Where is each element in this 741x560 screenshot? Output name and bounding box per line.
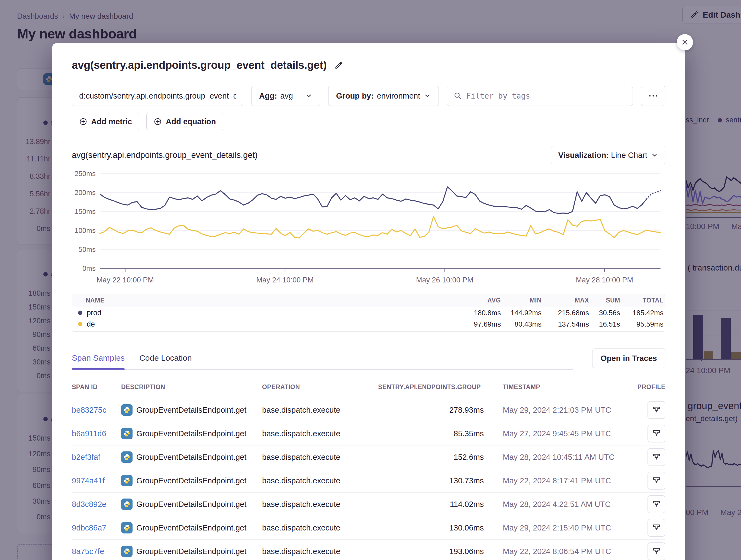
span-id-link[interactable]: 8d3c892e bbox=[72, 500, 106, 508]
span-operation: base.dispatch.execute bbox=[262, 429, 378, 438]
span-id-link[interactable]: b6a911d6 bbox=[72, 429, 106, 438]
series-sum: 30.56s bbox=[591, 309, 622, 317]
span-sample-row[interactable]: 9974a41f GroupEventDetailsEndpoint.get b… bbox=[72, 469, 665, 493]
open-in-traces-button[interactable]: Open in Traces bbox=[592, 348, 665, 368]
flamegraph-profile-icon bbox=[652, 406, 661, 414]
profile-button[interactable] bbox=[648, 542, 665, 560]
profile-button[interactable] bbox=[648, 495, 665, 513]
chevron-down-icon bbox=[305, 92, 312, 99]
span-sample-row[interactable]: 8a75c7fe GroupEventDetailsEndpoint.get b… bbox=[72, 540, 665, 560]
metric-query-input[interactable] bbox=[72, 86, 243, 106]
python-icon bbox=[121, 452, 133, 463]
profile-button[interactable] bbox=[648, 472, 665, 490]
svg-text:50ms: 50ms bbox=[78, 245, 96, 253]
span-description: GroupEventDetailsEndpoint.get bbox=[136, 547, 246, 556]
tab-code-location[interactable]: Code Location bbox=[139, 353, 192, 369]
svg-text:May 22 10:00 PM: May 22 10:00 PM bbox=[96, 276, 154, 284]
span-id-link[interactable]: 9dbc86a7 bbox=[72, 524, 106, 532]
span-description: GroupEventDetailsEndpoint.get bbox=[136, 500, 246, 509]
tabs: Span SamplesCode Location bbox=[72, 353, 573, 370]
flamegraph-profile-icon bbox=[652, 453, 661, 461]
span-id-link[interactable]: 9974a41f bbox=[72, 476, 105, 485]
span-duration-value: 85.35ms bbox=[378, 429, 484, 438]
span-sample-row[interactable]: 8d3c892e GroupEventDetailsEndpoint.get b… bbox=[72, 493, 665, 516]
close-button[interactable] bbox=[677, 34, 693, 50]
flamegraph-profile-icon bbox=[652, 500, 661, 508]
tag-filter-input[interactable] bbox=[466, 91, 626, 100]
span-duration-value: 152.6ms bbox=[378, 453, 484, 462]
span-table-header: SPAN ID DESCRIPTION OPERATION SENTRY.API… bbox=[72, 376, 665, 398]
span-id-link[interactable]: 8a75c7fe bbox=[72, 547, 104, 556]
flamegraph-profile-icon bbox=[652, 477, 661, 485]
tab-span-samples[interactable]: Span Samples bbox=[72, 353, 125, 369]
span-timestamp: May 22, 2024 8:06:54 PM UTC bbox=[484, 547, 614, 556]
profile-button[interactable] bbox=[648, 519, 665, 537]
chevron-down-icon bbox=[651, 152, 658, 159]
svg-text:200ms: 200ms bbox=[74, 188, 96, 196]
span-duration-value: 278.93ms bbox=[378, 406, 484, 415]
flamegraph-profile-icon bbox=[652, 429, 661, 437]
span-id-link[interactable]: be83275c bbox=[72, 406, 106, 414]
tag-filter-field[interactable] bbox=[447, 86, 633, 106]
series-max: 215.68ms bbox=[543, 309, 591, 317]
span-operation: base.dispatch.execute bbox=[262, 524, 378, 532]
span-operation: base.dispatch.execute bbox=[262, 406, 378, 415]
span-sample-row[interactable]: 9dbc86a7 GroupEventDetailsEndpoint.get b… bbox=[72, 516, 665, 540]
series-color-dot bbox=[78, 311, 82, 315]
summary-header-row: NAMEAVG MINMAX SUMTOTAL bbox=[72, 294, 665, 307]
metric-details-modal: avg(sentry.api.endpoints.group_event_det… bbox=[52, 43, 685, 560]
span-description: GroupEventDetailsEndpoint.get bbox=[136, 453, 246, 462]
series-total: 185.42ms bbox=[622, 309, 665, 317]
summary-row[interactable]: de97.69ms80.43ms137.54ms16.51s95.59ms bbox=[72, 318, 665, 330]
series-sum: 16.51s bbox=[591, 320, 622, 328]
svg-text:250ms: 250ms bbox=[74, 169, 96, 178]
modal-title: avg(sentry.api.endpoints.group_event_det… bbox=[72, 59, 327, 71]
aggregation-select[interactable]: Agg:avg bbox=[251, 86, 320, 106]
metric-line-chart[interactable]: 0ms50ms100ms150ms200ms250msMay 22 10:00 … bbox=[72, 169, 665, 290]
profile-button[interactable] bbox=[648, 448, 665, 466]
add-equation-button[interactable]: Add equation bbox=[146, 113, 223, 130]
span-operation: base.dispatch.execute bbox=[262, 500, 378, 509]
span-duration-value: 130.06ms bbox=[378, 524, 484, 532]
ellipsis-icon bbox=[649, 94, 658, 97]
flamegraph-profile-icon bbox=[652, 524, 661, 532]
python-icon bbox=[121, 498, 133, 510]
profile-button[interactable] bbox=[648, 425, 665, 443]
span-timestamp: May 22, 2024 8:17:41 PM UTC bbox=[484, 476, 614, 485]
span-sample-row[interactable]: b2ef3faf GroupEventDetailsEndpoint.get b… bbox=[72, 446, 665, 469]
span-duration-value: 130.73ms bbox=[378, 476, 484, 485]
span-description: GroupEventDetailsEndpoint.get bbox=[136, 406, 246, 415]
more-options-button[interactable] bbox=[641, 86, 665, 106]
python-icon bbox=[121, 522, 133, 534]
series-name: prod bbox=[87, 309, 102, 317]
group-by-label: Group by: bbox=[336, 91, 374, 100]
chart-title: avg(sentry.api.endpoints.group_event_det… bbox=[72, 150, 258, 160]
profile-button[interactable] bbox=[648, 401, 665, 419]
span-timestamp: May 29, 2024 2:21:03 PM UTC bbox=[484, 406, 614, 415]
span-description: GroupEventDetailsEndpoint.get bbox=[136, 524, 246, 532]
span-sample-row[interactable]: b6a911d6 GroupEventDetailsEndpoint.get b… bbox=[72, 422, 665, 446]
edit-title-pencil-icon[interactable] bbox=[334, 61, 343, 70]
close-icon bbox=[681, 39, 688, 46]
visualization-select[interactable]: Visualization: Line Chart bbox=[551, 146, 665, 164]
visualization-label: Visualization: bbox=[558, 151, 609, 159]
series-name: de bbox=[87, 320, 95, 328]
span-duration-value: 193.06ms bbox=[378, 547, 484, 556]
group-by-select[interactable]: Group by:environment bbox=[328, 86, 439, 106]
python-icon bbox=[121, 475, 133, 486]
series-min: 144.92ms bbox=[502, 309, 543, 317]
span-id-link[interactable]: b2ef3faf bbox=[72, 453, 100, 462]
series-min: 80.43ms bbox=[502, 320, 543, 328]
span-sample-row[interactable]: be83275c GroupEventDetailsEndpoint.get b… bbox=[72, 398, 665, 422]
svg-text:150ms: 150ms bbox=[74, 208, 96, 216]
python-icon bbox=[121, 428, 133, 439]
add-metric-button[interactable]: Add metric bbox=[72, 113, 139, 130]
python-icon bbox=[121, 546, 133, 557]
search-icon bbox=[454, 92, 462, 100]
summary-row[interactable]: prod180.8ms144.92ms215.68ms30.56s185.42m… bbox=[72, 307, 665, 318]
series-color-dot bbox=[78, 322, 82, 326]
span-description: GroupEventDetailsEndpoint.get bbox=[136, 429, 246, 438]
plus-circle-icon bbox=[154, 117, 162, 126]
agg-label: Agg: bbox=[259, 91, 277, 100]
series-max: 137.54ms bbox=[543, 320, 591, 328]
